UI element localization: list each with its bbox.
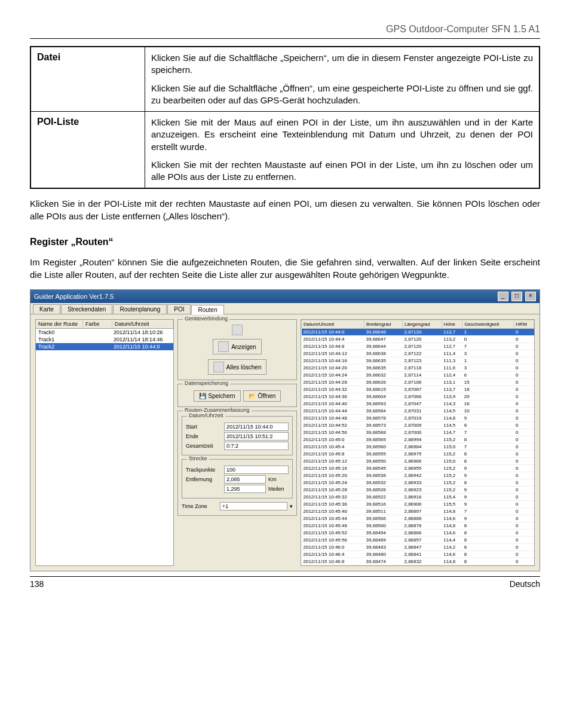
definition-desc: Klicken Sie auf die Schaltfläche „Speich… bbox=[145, 47, 540, 112]
column-header[interactable]: Geschwindigkeit bbox=[462, 320, 514, 329]
datetime-subgroup: Datum/Uhrzeit Start 2012/11/15 10:44:0 E… bbox=[182, 416, 293, 455]
trackpunkte-label: Trackpunkte bbox=[186, 467, 222, 473]
button-label: Alles löschen bbox=[226, 364, 262, 371]
column-header[interactable]: Datum/Uhrzeit bbox=[112, 320, 173, 328]
waypoint-row[interactable]: 2012/11/15 10:45:4439,685062,86888114,69… bbox=[302, 515, 534, 522]
close-icon[interactable]: × bbox=[525, 292, 536, 301]
waypoint-row[interactable]: 2012/11/15 10:45:039,685652,86994115,280 bbox=[302, 436, 534, 443]
column-header[interactable]: Name der Route bbox=[36, 320, 83, 328]
alles-loeschen-button[interactable]: Alles löschen bbox=[208, 359, 267, 375]
waypoint-row[interactable]: 2012/11/15 10:45:2439,685322,86933115,28… bbox=[302, 479, 534, 487]
list-icon bbox=[218, 341, 229, 352]
page-language: Deutsch bbox=[510, 579, 540, 589]
timezone-label: Time Zone bbox=[182, 503, 217, 509]
waypoint-row[interactable]: 2012/11/15 10:45:439,685602,86984115,070 bbox=[302, 443, 534, 451]
waypoint-row[interactable]: 2012/11/15 10:45:5239,684942,86866114,68… bbox=[302, 530, 534, 537]
column-header[interactable]: Datum/Uhrzeit bbox=[302, 320, 364, 329]
dropdown-icon[interactable]: ▾ bbox=[290, 503, 293, 509]
device-connection-group: Geräteverbindung Anzeigen Alles löschen bbox=[177, 319, 297, 380]
tab-poi[interactable]: POI bbox=[167, 304, 191, 314]
waypoint-row[interactable]: 2012/11/15 10:44:039,686482,87120112,710 bbox=[302, 329, 534, 336]
entfernung-mi-value: 1,295 bbox=[224, 485, 266, 493]
tab-routen[interactable]: Routen bbox=[191, 305, 223, 314]
data-storage-group: Datenspeicherung 💾 Speichern 📂 Öffnen bbox=[177, 384, 297, 407]
waypoint-row[interactable]: 2012/11/15 10:44:5639,685682,87000114,77… bbox=[302, 429, 534, 436]
waypoint-row[interactable]: 2012/11/15 10:44:3239,686152,87087113,71… bbox=[302, 386, 534, 393]
waypoint-row[interactable]: 2012/11/15 10:44:5239,685732,87009114,58… bbox=[302, 422, 534, 429]
middle-panel: Geräteverbindung Anzeigen Alles löschen … bbox=[177, 319, 297, 566]
entfernung-label: Entfernung bbox=[186, 476, 222, 482]
column-header[interactable]: Breitengrad bbox=[364, 320, 403, 329]
waypoint-row[interactable]: 2012/11/15 10:44:2439,686322,87114112,46… bbox=[302, 372, 534, 379]
waypoint-row[interactable]: 2012/11/15 10:44:3639,686042,87066113,92… bbox=[302, 393, 534, 400]
group-title: Datenspeicherung bbox=[183, 380, 230, 386]
column-header[interactable]: Farbe bbox=[83, 320, 112, 328]
waypoint-row[interactable]: 2012/11/15 10:45:4039,685112,86897114,87… bbox=[302, 508, 534, 515]
waypoint-row[interactable]: 2012/11/15 10:44:4439,685842,87031114,51… bbox=[302, 408, 534, 415]
waypoint-row[interactable]: 2012/11/15 10:45:1239,685502,86966115,08… bbox=[302, 458, 534, 465]
waypoint-row[interactable]: 2012/11/15 10:44:439,686472,87120113,200 bbox=[302, 336, 534, 343]
route-row[interactable]: Track22012/11/15 10:44:0 bbox=[36, 343, 173, 350]
window-buttons: _ □ × bbox=[497, 292, 536, 301]
page-header: GPS Outdoor-Computer SFN 1.5 A1 bbox=[30, 24, 540, 39]
waypoint-row[interactable]: 2012/11/15 10:45:3639,685162,86906115,59… bbox=[302, 501, 534, 508]
tab-routenplanung[interactable]: Routenplanung bbox=[113, 304, 167, 314]
oeffnen-button[interactable]: 📂 Öffnen bbox=[243, 390, 281, 402]
trackpunkte-value: 100 bbox=[224, 466, 289, 474]
gesamtzeit-label: Gesamtzeit bbox=[186, 443, 222, 449]
ende-value: 2012/11/15 10:51:2 bbox=[224, 432, 289, 441]
speichern-button[interactable]: 💾 Speichern bbox=[194, 390, 241, 402]
waypoint-row[interactable]: 2012/11/15 10:44:1239,686382,87122111,43… bbox=[302, 350, 534, 357]
route-list[interactable]: Name der RouteFarbeDatum/Uhrzeit Track02… bbox=[35, 319, 174, 566]
definition-term: Datei bbox=[30, 47, 145, 112]
maximize-icon[interactable]: □ bbox=[511, 292, 522, 301]
column-header[interactable]: Höhe bbox=[442, 320, 462, 329]
waypoint-row[interactable]: 2012/11/15 10:44:2039,686352,87118111,63… bbox=[302, 365, 534, 372]
waypoint-row[interactable]: 2012/11/15 10:46:039,684832,86847114,280 bbox=[302, 544, 534, 551]
waypoint-row[interactable]: 2012/11/15 10:46:439,684802,86841114,680 bbox=[302, 551, 534, 558]
waypoint-row[interactable]: 2012/11/15 10:46:839,684742,86832114,880 bbox=[302, 558, 534, 565]
button-label: Speichern bbox=[209, 393, 235, 399]
waypoint-row[interactable]: 2012/11/15 10:44:4039,685932,87047114,31… bbox=[302, 400, 534, 408]
open-icon: 📂 bbox=[249, 393, 256, 399]
definition-desc: Klicken Sie mit der Maus auf einen POI i… bbox=[145, 112, 540, 189]
waypoint-row[interactable]: 2012/11/15 10:45:5639,684892,86857114,48… bbox=[302, 537, 534, 544]
window-title: Guider Application Ver1.7.5 bbox=[34, 293, 114, 300]
minimize-icon[interactable]: _ bbox=[498, 292, 508, 301]
start-label: Start bbox=[186, 424, 222, 430]
waypoint-row[interactable]: 2012/11/15 10:45:1639,685452,86955115,29… bbox=[302, 465, 534, 472]
column-header[interactable]: Längengrad bbox=[402, 320, 442, 329]
gesamtzeit-value: 0:7:2 bbox=[224, 442, 289, 450]
route-summary-group: Routen-Zusammenfassung Datum/Uhrzeit Sta… bbox=[177, 411, 297, 516]
section-body-text: Im Register „Routen“ können Sie die aufg… bbox=[30, 256, 540, 281]
waypoint-row[interactable]: 2012/11/15 10:44:2839,686262,87106113,11… bbox=[302, 379, 534, 386]
tab-streckendaten[interactable]: Streckendaten bbox=[61, 304, 113, 314]
waypoint-row[interactable]: 2012/11/15 10:45:2839,685262,86923115,29… bbox=[302, 487, 534, 494]
page-footer: 138 Deutsch bbox=[30, 576, 540, 589]
column-header[interactable]: HRM bbox=[514, 320, 534, 329]
route-row[interactable]: Track02012/11/14 18:10:26 bbox=[36, 329, 173, 336]
start-value: 2012/11/15 10:44:0 bbox=[224, 423, 289, 431]
waypoint-row[interactable]: 2012/11/15 10:45:839,685552,86975115,280 bbox=[302, 451, 534, 458]
waypoint-row[interactable]: 2012/11/15 10:45:2039,685382,86942115,29… bbox=[302, 472, 534, 479]
save-icon: 💾 bbox=[199, 393, 206, 399]
waypoint-table[interactable]: Datum/UhrzeitBreitengradLängengradHöheGe… bbox=[301, 320, 534, 565]
waypoint-row[interactable]: 2012/11/15 10:45:3239,685222,86916115,49… bbox=[302, 494, 534, 501]
paragraph-after-table: Klicken Sie in der POI-Liste mit der rec… bbox=[30, 197, 540, 222]
waypoint-row[interactable]: 2012/11/15 10:44:839,686442,87120112,770 bbox=[302, 343, 534, 350]
strecke-subgroup: Strecke Trackpunkte 100 Entfernung 2,085… bbox=[182, 459, 293, 498]
app-screenshot: Guider Application Ver1.7.5 _ □ × KarteS… bbox=[30, 289, 540, 571]
waypoint-row[interactable]: 2012/11/15 10:45:4839,685002,86878114,88… bbox=[302, 522, 534, 530]
km-unit: Km bbox=[268, 476, 289, 482]
waypoint-row[interactable]: 2012/11/15 10:44:1639,686352,87123111,31… bbox=[302, 357, 534, 365]
route-row[interactable]: Track12012/11/14 18:14:46 bbox=[36, 336, 173, 343]
timezone-value[interactable]: +1 bbox=[220, 502, 287, 510]
waypoint-row[interactable]: 2012/11/15 10:44:4839,685782,87019114,89… bbox=[302, 415, 534, 422]
anzeigen-button[interactable]: Anzeigen bbox=[213, 339, 262, 354]
meilen-unit: Meilen bbox=[268, 486, 289, 492]
page-number: 138 bbox=[30, 579, 44, 589]
group-title: Datum/Uhrzeit bbox=[187, 412, 225, 418]
entfernung-km-value: 2,085 bbox=[224, 475, 266, 484]
tab-karte[interactable]: Karte bbox=[33, 304, 60, 314]
waypoint-table-pane: Datum/UhrzeitBreitengradLängengradHöheGe… bbox=[301, 319, 535, 566]
